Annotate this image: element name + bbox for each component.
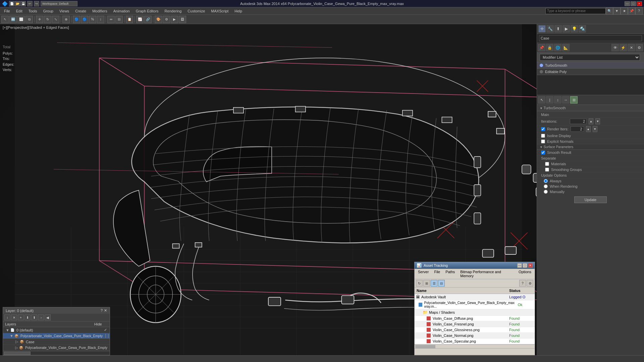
menu-modifiers[interactable]: Modifiers — [90, 8, 110, 14]
menu-tools[interactable]: Tools — [26, 8, 40, 14]
menu-rendering[interactable]: Rendering — [162, 8, 184, 14]
layer-delete-btn[interactable]: ✕ — [11, 314, 17, 320]
render-iters-down[interactable]: ▼ — [593, 126, 597, 132]
at-expand-btn[interactable]: ⊞ — [423, 280, 430, 287]
active-shade-btn[interactable]: 🖼 — [179, 16, 186, 23]
save-btn[interactable]: 💾 — [20, 1, 26, 6]
at-row-1[interactable]: Polycarbonate_Violin_Case_Gewa_Pure_Blac… — [415, 300, 535, 309]
when-rendering-radio[interactable] — [544, 184, 548, 188]
layer-move-up-btn[interactable]: ⬆ — [31, 314, 37, 320]
smooth-result-check[interactable] — [541, 150, 545, 155]
layer-move-down-btn[interactable]: ⬇ — [24, 314, 31, 320]
snap-toggle-btn[interactable]: 🔵 — [73, 16, 80, 23]
menu-maxscript[interactable]: MAXScript — [208, 8, 231, 14]
at-scroll-thumb[interactable] — [415, 345, 435, 348]
smoothing-groups-check[interactable] — [545, 168, 549, 172]
align-btn[interactable]: ⊟ — [115, 16, 123, 23]
make-unique[interactable]: ⚡ — [620, 44, 627, 51]
utilities-tab[interactable]: 🔩 — [579, 25, 586, 33]
close-btn[interactable]: ✕ — [637, 1, 642, 6]
at-grid-btn[interactable]: ⊟ — [438, 280, 445, 287]
at-row-5[interactable]: Violin_Case_Glossiness.png Found — [415, 327, 535, 333]
schematic-btn[interactable]: 🔗 — [144, 16, 152, 23]
modifier-dropdown[interactable]: Modifier List — [540, 54, 640, 61]
at-refresh-btn[interactable]: ↻ — [416, 280, 423, 287]
layer-vis-1[interactable] — [105, 334, 106, 338]
menu-create[interactable]: Create — [72, 8, 89, 14]
scale-btn[interactable]: ⤡ — [52, 16, 59, 23]
isoline-check[interactable] — [541, 134, 545, 138]
render-iters-input[interactable] — [571, 126, 584, 132]
pin-icon[interactable]: 📌 — [538, 44, 545, 51]
at-scrollbar[interactable] — [415, 344, 535, 348]
iterations-input[interactable] — [570, 119, 587, 124]
at-row-2[interactable]: 📁 Maps / Shaders — [415, 309, 535, 316]
at-row-0[interactable]: 🏛 Autodesk Vault Logged O — [415, 294, 535, 300]
display-tab[interactable]: 💡 — [571, 25, 578, 33]
at-row-7[interactable]: Violin_Case_Specular.png Found — [415, 339, 535, 344]
open-btn[interactable]: 📂 — [15, 1, 20, 6]
menu-animation[interactable]: Animation — [111, 8, 132, 14]
move-btn[interactable]: ✛ — [36, 16, 43, 23]
modifier-turbosmooth[interactable]: TurboSmooth — [537, 62, 644, 69]
layer-sort-btn[interactable]: ↕ — [4, 314, 10, 320]
layer-move-to-btn[interactable]: → — [38, 314, 44, 320]
layers-scrollbar[interactable] — [3, 351, 110, 355]
layer-item-1[interactable]: ▼ 📦 Polycarbonate_Violin_Case_Gewa_Pure_… — [3, 333, 110, 339]
always-radio[interactable] — [544, 179, 548, 183]
layers-help-btn[interactable]: ? — [101, 308, 103, 313]
window-crossing-btn[interactable]: ⧉ — [25, 16, 33, 23]
render-btn[interactable]: ▶ — [171, 16, 178, 23]
menu-help[interactable]: Help — [232, 8, 245, 14]
menu-graph-editors[interactable]: Graph Editors — [133, 8, 161, 14]
select-btn[interactable]: ↖ — [1, 16, 9, 23]
layer-item-3[interactable]: ▷ 📦 Polycarbonate_Violin_Case_Gewa_Pure_… — [3, 345, 110, 351]
percent-snap-btn[interactable]: % — [89, 16, 96, 23]
at-menu-options[interactable]: Options — [517, 269, 533, 278]
render-iters-check[interactable] — [541, 127, 545, 131]
layer-item-0[interactable]: ▼ 📄 0 (default) ✓ — [3, 327, 110, 333]
iterations-down[interactable]: ▼ — [595, 118, 600, 124]
at-menu-server[interactable]: Server — [416, 269, 431, 278]
at-close-btn[interactable]: ✕ — [528, 263, 533, 268]
spinner-snap-btn[interactable]: ↕ — [97, 16, 104, 23]
material-editor-btn[interactable]: 🎨 — [155, 16, 162, 23]
at-row-4[interactable]: Violin_Case_Fresnel.png Found — [415, 321, 535, 327]
mod-nav-4[interactable]: ↔ — [562, 96, 570, 104]
at-minimize-btn[interactable]: — — [517, 263, 522, 268]
at-list-btn[interactable]: ☰ — [431, 280, 437, 287]
menu-file[interactable]: File — [1, 8, 13, 14]
menu-customize[interactable]: Customize — [185, 8, 208, 14]
new-btn[interactable]: 📄 — [9, 1, 14, 6]
mod-nav-3[interactable]: ↕ — [554, 96, 561, 104]
mirror-btn[interactable]: ⇔ — [107, 16, 115, 23]
render-iters-up[interactable]: ▲ — [586, 126, 591, 132]
turbosmooth-header[interactable]: TurboSmooth — [537, 105, 644, 111]
configure-mod-sets[interactable]: ⚙ — [636, 44, 643, 51]
layer-color-1[interactable] — [108, 334, 109, 338]
remove-modifier[interactable]: ✕ — [628, 44, 635, 51]
materials-check[interactable] — [545, 162, 549, 166]
layers-scroll-thumb[interactable] — [4, 352, 31, 355]
select-by-name-btn[interactable]: 🔤 — [9, 16, 17, 23]
select-region-btn[interactable]: ⬜ — [17, 16, 25, 23]
lock-icon[interactable]: 🔒 — [546, 44, 553, 51]
help-btn[interactable]: ? — [635, 7, 643, 15]
explicit-normals-check[interactable] — [541, 139, 545, 143]
layer-add-btn[interactable]: + — [18, 314, 24, 320]
at-menu-file[interactable]: File — [432, 269, 442, 278]
at-help-btn[interactable]: ? — [519, 280, 526, 287]
search-btn[interactable]: 🔍 — [606, 7, 613, 15]
at-menu-paths[interactable]: Paths — [443, 269, 457, 278]
world-space-icon[interactable]: 🌐 — [554, 44, 561, 51]
angle-snap-btn[interactable]: 🔵 — [81, 16, 88, 23]
modifier-editable-poly[interactable]: Editable Poly — [537, 69, 644, 75]
at-row-6[interactable]: Violin_Case_Normal.png Found — [415, 333, 535, 339]
rotate-btn[interactable]: ↻ — [44, 16, 51, 23]
iterations-up[interactable]: ▲ — [589, 118, 593, 124]
update-button[interactable]: Update — [574, 196, 607, 203]
create-tab[interactable]: ✛ — [538, 25, 546, 33]
menu-views[interactable]: Views — [57, 8, 72, 14]
hierarchy-tab[interactable]: ⬆ — [554, 25, 562, 33]
manually-radio[interactable] — [544, 190, 548, 194]
